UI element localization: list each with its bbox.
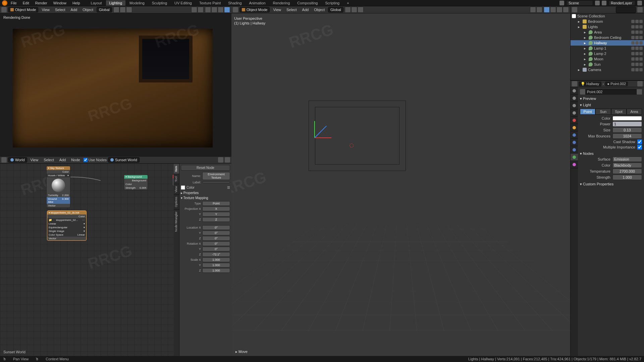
node-color-select[interactable]: Blackbody xyxy=(612,163,642,168)
proj-z[interactable]: Z xyxy=(202,217,230,222)
vtab-item[interactable]: Item xyxy=(174,164,179,174)
outliner-item-lamp-2[interactable]: ▸Lamp 2 xyxy=(571,51,644,56)
vtab-view[interactable]: View xyxy=(174,184,179,194)
render-toggle-icon[interactable] xyxy=(639,20,643,23)
disclosure-icon[interactable]: ▸ xyxy=(584,57,587,61)
tab-lighting[interactable]: Lighting xyxy=(106,0,126,6)
vp-shade-wire[interactable] xyxy=(544,7,550,13)
filter-icon[interactable] xyxy=(637,7,643,12)
viewport-toggle-icon[interactable] xyxy=(635,68,639,71)
render-toggle-icon[interactable] xyxy=(639,41,643,45)
disclosure-icon[interactable]: ▸ xyxy=(584,36,587,40)
eye-toggle-icon[interactable] xyxy=(631,52,635,55)
strength-input[interactable]: 1.000 xyxy=(612,175,642,180)
eye-toggle-icon[interactable] xyxy=(631,63,635,66)
node-editor-icon[interactable] xyxy=(1,157,7,163)
viewport-toggle-icon[interactable] xyxy=(635,31,639,34)
tab-texture-paint[interactable]: Texture Paint xyxy=(196,0,224,6)
shade-solid[interactable] xyxy=(211,7,217,13)
eye-toggle-icon[interactable] xyxy=(631,36,635,39)
render-menu-select[interactable]: Select xyxy=(53,7,67,12)
eye-toggle-icon[interactable] xyxy=(631,68,635,71)
tab-scene-props[interactable] xyxy=(571,109,578,117)
vp-mode-select[interactable]: Object Mode xyxy=(239,7,270,12)
vp-menu-object[interactable]: Object xyxy=(312,7,327,12)
outliner-item-area[interactable]: ▸Area xyxy=(571,29,644,35)
power-input[interactable]: 1 xyxy=(612,121,642,127)
node-editor-canvas[interactable]: ▾ Sky Texture Color Hosek / Wilkie▾ Turb… xyxy=(0,164,231,356)
reset-node-button[interactable]: Reset Node xyxy=(181,165,230,171)
viewport-toggle-icon[interactable] xyxy=(635,36,639,39)
loc-y[interactable]: 0° xyxy=(202,231,230,235)
tab-modifier-props[interactable] xyxy=(571,131,578,139)
tab-material-props[interactable] xyxy=(571,161,578,168)
cast-shadow-checkbox[interactable] xyxy=(637,139,642,144)
render-toggle-icon[interactable] xyxy=(639,31,643,34)
viewport-toggle-icon[interactable] xyxy=(635,41,639,45)
menu-file[interactable]: File xyxy=(8,0,19,6)
scale-z[interactable]: 1.000 xyxy=(202,268,230,273)
fake-user-toggle[interactable] xyxy=(637,89,642,95)
eye-toggle-icon[interactable] xyxy=(631,20,635,23)
node-menu-view[interactable]: View xyxy=(29,157,41,163)
outliner-item-bedroom-ceiling[interactable]: ▸Bedroom Ceiling xyxy=(571,35,644,40)
gizmo-y-axis[interactable] xyxy=(314,121,315,138)
node-menu-add[interactable]: Add xyxy=(57,157,68,163)
scene-name-input[interactable]: Scene xyxy=(566,0,593,6)
tab-object-props[interactable] xyxy=(571,124,578,131)
eye-toggle-icon[interactable] xyxy=(631,25,635,28)
use-nodes-toggle[interactable]: Use Nodes xyxy=(84,158,107,162)
orientation-select[interactable]: Global xyxy=(97,7,112,12)
snap-toggle[interactable] xyxy=(113,7,119,13)
proj-x[interactable]: X xyxy=(202,206,230,211)
rot-x[interactable]: 0° xyxy=(202,241,230,246)
outliner-root[interactable]: Scene Collection xyxy=(571,13,644,19)
tab-viewlayer-props[interactable] xyxy=(571,102,578,109)
outliner-search-input[interactable] xyxy=(616,7,636,13)
backdrop-icon[interactable] xyxy=(225,157,230,163)
outliner-editor-icon[interactable] xyxy=(572,7,577,12)
rot-z[interactable]: -72.1° xyxy=(202,252,230,257)
vp-snap-toggle[interactable] xyxy=(345,7,351,13)
vp-shade-rendered[interactable] xyxy=(563,7,569,13)
eye-toggle-icon[interactable] xyxy=(631,57,635,61)
render-toggle-icon[interactable] xyxy=(639,68,643,71)
gizmo-toggle[interactable] xyxy=(191,7,197,13)
node-background[interactable]: ▾ Background Background Color Strength0.… xyxy=(124,175,148,190)
vp-menu-view[interactable]: View xyxy=(271,7,283,12)
outliner-item-moon[interactable]: ▸Moon xyxy=(571,56,644,62)
disclosure-icon[interactable]: ▸ xyxy=(578,25,581,29)
tab-add-workspace[interactable]: + xyxy=(343,0,352,6)
outliner[interactable]: Scene Collection ▸Bedroom▸Lights▸Area▸Be… xyxy=(571,13,644,80)
vtab-tool[interactable]: Tool xyxy=(174,174,179,184)
surface-shader-select[interactable]: Emission xyxy=(612,157,642,162)
render-viewport[interactable]: Rendering Done xyxy=(0,13,231,156)
vp-gizmo-toggle[interactable] xyxy=(530,7,536,13)
mode-select[interactable]: Object Mode xyxy=(8,7,38,12)
vp-shade-matprev[interactable] xyxy=(556,7,562,13)
vp-orientation-select[interactable]: Global xyxy=(328,7,343,12)
light-type-spot[interactable]: Spot xyxy=(611,109,627,115)
tab-compositing[interactable]: Compositing xyxy=(294,0,321,6)
proportional-toggle[interactable] xyxy=(126,7,132,13)
outliner-item-bedroom[interactable]: ▸Bedroom xyxy=(571,19,644,24)
world-type-select[interactable]: World xyxy=(8,157,27,163)
shade-rendered[interactable] xyxy=(224,7,230,13)
pin-icon-4[interactable] xyxy=(637,81,643,86)
layer-name-input[interactable]: RenderLayer xyxy=(608,0,635,6)
menu-render[interactable]: Render xyxy=(33,0,50,6)
render-toggle-icon[interactable] xyxy=(639,57,643,61)
node-color-checkbox[interactable] xyxy=(181,185,185,190)
tab-sculpting[interactable]: Sculpting xyxy=(149,0,170,6)
section-preview[interactable]: Preview xyxy=(580,97,642,101)
breadcrumb-data[interactable]: ● Point.002 xyxy=(605,81,628,86)
tab-uv-editing[interactable]: UV Editing xyxy=(171,0,195,6)
light-type-sun[interactable]: Sun xyxy=(595,109,611,115)
size-input[interactable]: 0.13 xyxy=(612,127,642,133)
light-color-swatch[interactable] xyxy=(612,116,642,121)
light-datablock[interactable]: Point.002 xyxy=(580,89,642,95)
viewport-toggle-icon[interactable] xyxy=(635,63,639,66)
viewport-toggle-icon[interactable] xyxy=(635,52,639,55)
render-toggle-icon[interactable] xyxy=(639,36,643,39)
tab-world-props[interactable] xyxy=(571,117,578,124)
